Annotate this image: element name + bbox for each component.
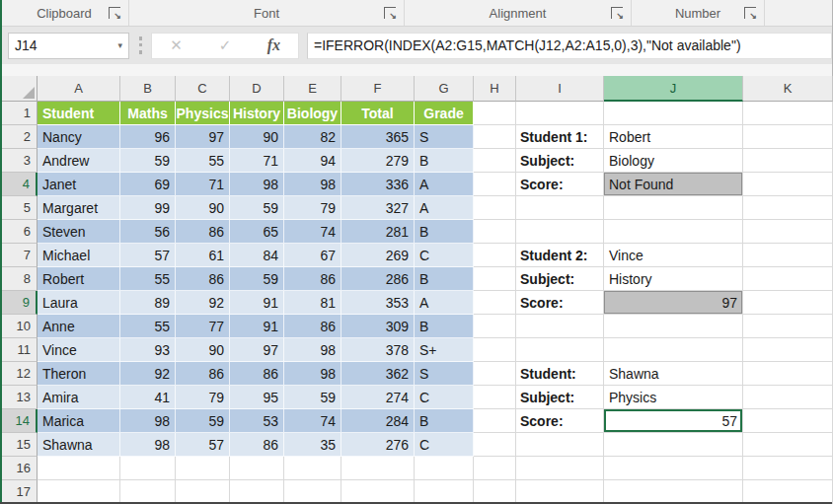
cell-G14[interactable]: B (415, 409, 474, 433)
cell-D6[interactable]: 65 (230, 220, 284, 244)
cell-K7[interactable] (743, 244, 833, 267)
cell-D1[interactable]: History (230, 102, 284, 125)
cell-D10[interactable]: 91 (230, 315, 284, 338)
dialog-launcher-icon[interactable] (744, 7, 756, 19)
cell-H10[interactable] (474, 315, 516, 338)
cell-A8[interactable]: Robert (38, 267, 120, 291)
cell-C10[interactable]: 77 (176, 315, 230, 338)
cell-C2[interactable]: 97 (176, 125, 230, 149)
cell-K5[interactable] (743, 196, 833, 220)
row-header-12[interactable]: 12 (0, 362, 38, 386)
cell-C7[interactable]: 61 (176, 244, 230, 267)
row-header-3[interactable]: 3 (0, 149, 38, 173)
select-all-corner[interactable] (0, 76, 38, 102)
row-header-11[interactable]: 11 (0, 338, 38, 362)
cell-A3[interactable]: Andrew (38, 149, 120, 173)
cell-G8[interactable]: B (415, 267, 474, 291)
cell-K15[interactable] (743, 433, 833, 457)
cell-F17[interactable] (341, 480, 415, 504)
row-header-6[interactable]: 6 (0, 220, 38, 244)
cell-J3[interactable]: Biology (604, 149, 743, 173)
cell-J8[interactable]: History (604, 267, 743, 291)
cell-H12[interactable] (474, 362, 516, 386)
cell-E13[interactable]: 59 (284, 386, 341, 409)
cell-E8[interactable]: 86 (284, 267, 341, 291)
column-header-C[interactable]: C (176, 76, 230, 102)
cell-J15[interactable] (604, 433, 743, 457)
column-header-G[interactable]: G (415, 76, 474, 102)
cell-I15[interactable] (516, 433, 604, 457)
cell-F16[interactable] (341, 457, 415, 480)
cell-D17[interactable] (230, 480, 284, 504)
cell-G16[interactable] (415, 457, 474, 480)
cell-G11[interactable]: S+ (415, 338, 474, 362)
cell-I1[interactable] (516, 102, 604, 125)
cell-D9[interactable]: 91 (230, 291, 284, 315)
cell-B17[interactable] (120, 480, 176, 504)
cell-I16[interactable] (516, 457, 604, 480)
cell-B9[interactable]: 89 (120, 291, 176, 315)
cell-E12[interactable]: 98 (284, 362, 341, 386)
row-header-13[interactable]: 13 (0, 386, 38, 409)
cell-J10[interactable] (604, 315, 743, 338)
cell-E2[interactable]: 82 (284, 125, 341, 149)
cell-D13[interactable]: 95 (230, 386, 284, 409)
cell-A7[interactable]: Michael (38, 244, 120, 267)
cell-B7[interactable]: 57 (120, 244, 176, 267)
row-header-17[interactable]: 17 (0, 480, 38, 504)
cell-J12[interactable]: Shawna (604, 362, 743, 386)
column-header-F[interactable]: F (341, 76, 415, 102)
cell-E15[interactable]: 35 (284, 433, 341, 457)
cell-A6[interactable]: Steven (38, 220, 120, 244)
cell-K3[interactable] (743, 149, 833, 173)
insert-function-icon[interactable]: fx (259, 36, 288, 54)
cell-C1[interactable]: Physics (176, 102, 230, 125)
cell-H2[interactable] (474, 125, 516, 149)
cell-J4[interactable]: Not Found (604, 173, 743, 196)
row-header-9[interactable]: 9 (0, 291, 38, 315)
cell-E16[interactable] (284, 457, 341, 480)
cell-F11[interactable]: 378 (341, 338, 415, 362)
cell-D14[interactable]: 53 (230, 409, 284, 433)
column-header-I[interactable]: I (516, 76, 604, 102)
dialog-launcher-icon[interactable] (384, 7, 396, 19)
cell-I9[interactable]: Score: (516, 291, 604, 315)
cell-I2[interactable]: Student 1: (516, 125, 604, 149)
cell-C12[interactable]: 86 (176, 362, 230, 386)
row-header-10[interactable]: 10 (0, 315, 38, 338)
cell-H13[interactable] (474, 386, 516, 409)
cell-E6[interactable]: 74 (284, 220, 341, 244)
cell-H3[interactable] (474, 149, 516, 173)
cell-I13[interactable]: Subject: (516, 386, 604, 409)
cell-K11[interactable] (743, 338, 833, 362)
cell-C3[interactable]: 55 (176, 149, 230, 173)
cell-A13[interactable]: Amira (38, 386, 120, 409)
cell-I3[interactable]: Subject: (516, 149, 604, 173)
cell-H9[interactable] (474, 291, 516, 315)
cell-B6[interactable]: 56 (120, 220, 176, 244)
cell-C11[interactable]: 90 (176, 338, 230, 362)
cell-I8[interactable]: Subject: (516, 267, 604, 291)
cell-B10[interactable]: 55 (120, 315, 176, 338)
cell-J6[interactable] (604, 220, 743, 244)
cell-C17[interactable] (176, 480, 230, 504)
cell-A5[interactable]: Margaret (38, 196, 120, 220)
cell-B11[interactable]: 93 (120, 338, 176, 362)
cell-K16[interactable] (743, 457, 833, 480)
cell-F9[interactable]: 353 (341, 291, 415, 315)
cell-A16[interactable] (38, 457, 120, 480)
cell-C6[interactable]: 86 (176, 220, 230, 244)
cell-B16[interactable] (120, 457, 176, 480)
cell-F7[interactable]: 269 (341, 244, 415, 267)
cell-K13[interactable] (743, 386, 833, 409)
row-header-4[interactable]: 4 (0, 173, 38, 196)
cell-E17[interactable] (284, 480, 341, 504)
cell-K17[interactable] (743, 480, 833, 504)
cell-C8[interactable]: 86 (176, 267, 230, 291)
cell-A9[interactable]: Laura (38, 291, 120, 315)
cell-B15[interactable]: 98 (120, 433, 176, 457)
cell-I12[interactable]: Student: (516, 362, 604, 386)
cell-K8[interactable] (743, 267, 833, 291)
cell-I7[interactable]: Student 2: (516, 244, 604, 267)
cell-D4[interactable]: 98 (230, 173, 284, 196)
